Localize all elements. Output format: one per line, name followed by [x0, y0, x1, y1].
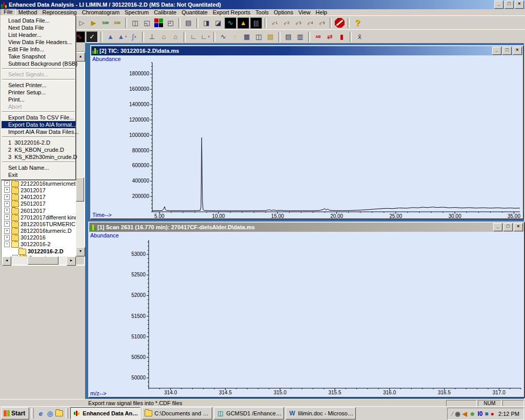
ie-icon[interactable]: e: [36, 409, 45, 418]
peak-select-icon[interactable]: ▲: [105, 31, 116, 43]
messenger-icon[interactable]: ☻: [469, 411, 476, 417]
collapse-icon[interactable]: −: [4, 242, 10, 247]
tree-item-22122016turmericmethod[interactable]: +22122016turmericmethod: [2, 180, 76, 187]
copy-window-icon[interactable]: ◫: [129, 17, 141, 29]
copy-report-icon[interactable]: ◫: [253, 31, 265, 43]
tree-item-28122016turmeric-d[interactable]: +28122016turmeric.D: [2, 228, 76, 234]
minimize-button[interactable]: _: [492, 47, 501, 55]
mouse-zoom-icon[interactable]: ⇄: [324, 31, 336, 43]
file-menu-item-subtract-background-bsb-[interactable]: Subtract Background (BSB): [2, 60, 75, 67]
minimize-button[interactable]: _: [494, 1, 503, 9]
file-menu-item-exit[interactable]: Exit: [2, 171, 75, 178]
tabulate-icon[interactable]: ▦: [241, 31, 253, 43]
file-menu-item-load-data-file-[interactable]: Load Data File...: [2, 17, 75, 24]
menu-export-reports[interactable]: Export Reports: [210, 9, 253, 15]
draw-curve-icon[interactable]: ∿: [217, 31, 229, 43]
file-menu-item-view-data-file-headers-[interactable]: View Data File Headers...: [2, 38, 75, 46]
export-report-icon[interactable]: ▤: [265, 31, 276, 43]
menu-view[interactable]: View: [296, 9, 313, 15]
io-icon[interactable]: I0: [478, 411, 483, 417]
tree-item-25012017[interactable]: +25012017: [2, 201, 76, 207]
hammer-2-icon[interactable]: ⌐2: [280, 17, 292, 29]
file-menu-item-export-data-to-csv-file-[interactable]: Export Data To CSV File...: [2, 114, 75, 121]
ab-compare-icon[interactable]: AB: [312, 31, 324, 43]
percent-report-icon[interactable]: ⊥: [146, 31, 158, 43]
menu-chromatogram[interactable]: Chromatogram: [79, 9, 122, 15]
speaker-icon[interactable]: ◀: [462, 411, 467, 417]
maximize-button[interactable]: □: [504, 1, 514, 9]
tree-item-24012017[interactable]: +24012017: [2, 194, 76, 201]
scan-titlebar[interactable]: [1] Scan 2631 (16.770 min): 270417CF-die…: [89, 223, 524, 232]
ion-column-icon[interactable]: ▮: [336, 31, 348, 43]
expand-icon[interactable]: +: [4, 214, 10, 220]
file-menu-item-take-snapshot[interactable]: Take Snapshot: [2, 53, 75, 60]
sim-green-icon[interactable]: SIM: [99, 17, 111, 29]
tree-item-30122016-2[interactable]: −30122016-2: [2, 241, 76, 248]
file-menu-item-import-aia-raw-data-files-[interactable]: Import AIA Raw Data Files...: [2, 128, 75, 135]
close-button[interactable]: ×: [513, 47, 522, 55]
hammer-3-icon[interactable]: ⌐3: [292, 17, 304, 29]
expand-icon[interactable]: +: [4, 187, 10, 193]
menu-file[interactable]: File: [1, 9, 16, 16]
file-menu-item-print-[interactable]: Print...: [2, 96, 75, 103]
maximize-button[interactable]: □: [503, 223, 513, 231]
minimize-button[interactable]: _: [493, 223, 502, 231]
network-icon[interactable]: ■: [485, 411, 489, 417]
stop-icon[interactable]: [334, 17, 346, 29]
tree-item-26012017[interactable]: +26012017: [2, 207, 76, 214]
run-method-icon[interactable]: ▷: [76, 17, 88, 29]
file-menu-item-edit-file-info-[interactable]: Edit File Info...: [2, 46, 75, 53]
file-menu-item-select-printer-[interactable]: Select Printer...: [2, 82, 75, 89]
axes-edit-icon[interactable]: ∟+: [199, 31, 211, 43]
expand-icon[interactable]: +: [4, 228, 10, 234]
volume-program-icon[interactable]: ◉: [455, 411, 460, 417]
peak-add-icon[interactable]: ▲+: [116, 31, 128, 43]
task-button-lilimin-doc-microsoft-word[interactable]: Wlilimin.doc - Microsoft Word: [286, 407, 356, 419]
report-table-icon[interactable]: ▤: [282, 31, 294, 43]
scroll-thumb[interactable]: [28, 256, 58, 265]
expand-icon[interactable]: +: [4, 208, 10, 213]
maximize-button[interactable]: □: [502, 47, 512, 55]
expand-icon[interactable]: +: [4, 194, 10, 200]
menu-tools[interactable]: Tools: [253, 9, 271, 15]
tile-colors-icon[interactable]: [153, 17, 165, 29]
file-menu-item-1-30122016-2-d[interactable]: 1 30122016-2.D: [2, 139, 75, 146]
file-menu-item-printer-setup-[interactable]: Printer Setup...: [2, 89, 75, 96]
scroll-down-icon[interactable]: ▼: [76, 247, 85, 256]
file-menu-item-export-data-to-aia-format-[interactable]: Export Data to AIA format...: [2, 121, 75, 128]
tree-horizontal-scrollbar[interactable]: ◄ ►: [2, 256, 76, 265]
spectrum-check-icon[interactable]: ✓: [86, 31, 98, 43]
expand-icon[interactable]: +: [4, 201, 10, 207]
hammer-4-icon[interactable]: ⌐4: [304, 17, 316, 29]
scroll-thumb[interactable]: [76, 177, 84, 202]
task-button-enhanced-data-analy-[interactable]: Enhanced Data Analy...: [70, 407, 140, 419]
scale-up-icon[interactable]: ↑: [229, 31, 241, 43]
file-menu-item-list-header-[interactable]: List Header...: [2, 31, 75, 38]
tree-item-27012017different-kinds-o[interactable]: +27012017different kinds o: [2, 214, 76, 221]
run-macro-icon[interactable]: ▶: [88, 17, 99, 29]
close-button[interactable]: ×: [514, 223, 523, 231]
library-browse-icon[interactable]: ⌂: [170, 31, 181, 43]
spectrum-view-icon[interactable]: |||: [250, 17, 262, 29]
pen-icon[interactable]: ∕: [452, 411, 453, 417]
folder-launch-icon[interactable]: [54, 409, 64, 418]
tree-item-30122016-2-d[interactable]: 30122016-2.D: [2, 248, 76, 254]
report-preview-icon[interactable]: ◨: [200, 17, 212, 29]
library-search-icon[interactable]: ⌂: [158, 31, 170, 43]
peak-lock-icon[interactable]: ▲: [237, 17, 249, 29]
menu-spectrum[interactable]: Spectrum: [122, 9, 151, 15]
overlay-signals-icon[interactable]: ∿: [225, 17, 236, 29]
report-list-icon[interactable]: ▥: [294, 31, 306, 43]
axes-icon[interactable]: ∟: [188, 31, 199, 43]
tree-item-28122016turmeric[interactable]: +28122016TURMERIC: [2, 221, 76, 227]
scroll-left-icon[interactable]: ◄: [2, 256, 11, 266]
hammer-1-icon[interactable]: ⌐1: [269, 17, 280, 29]
menu-calibrate[interactable]: Calibrate: [151, 9, 179, 15]
xbar-icon[interactable]: x̄: [354, 31, 366, 43]
menu-options[interactable]: Options: [271, 9, 296, 15]
file-menu-item-set-lab-name-[interactable]: Set Lab Name...: [2, 164, 75, 171]
tree-item-30122016[interactable]: +30122016: [2, 234, 76, 241]
media-icon[interactable]: ◎: [45, 409, 54, 418]
help-icon[interactable]: ?: [352, 17, 364, 29]
expand-icon[interactable]: +: [4, 181, 10, 186]
